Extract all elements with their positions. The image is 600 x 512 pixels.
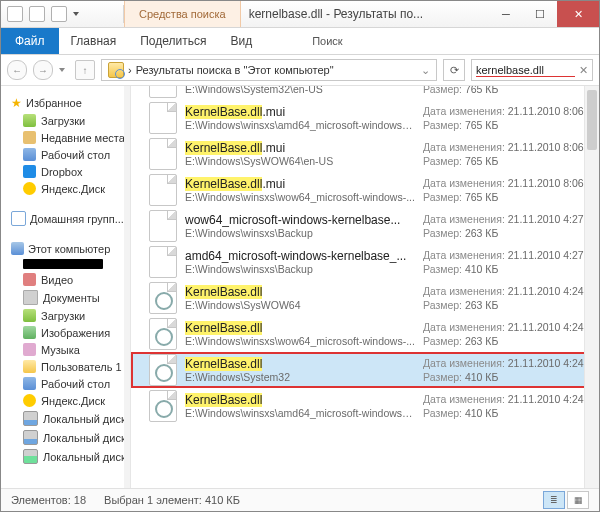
file-path: E:\Windows\winsxs\Backup [185,227,415,239]
nav-item-icon [23,411,38,426]
file-name: KernelBase.dll [185,321,415,335]
search-results-icon [108,62,124,78]
nav-scrollbar[interactable] [124,86,130,488]
nav-item-icon [23,148,36,161]
nav-pc-item[interactable]: Изображения [1,324,130,341]
result-row[interactable]: amd64_microsoft-windows-kernelbase_...E:… [131,244,599,280]
file-tab[interactable]: Файл [1,28,59,54]
chevron-down-icon[interactable]: ⌄ [421,64,430,77]
tab-view[interactable]: Вид [218,28,264,54]
nav-item-label: Видео [41,274,73,286]
nav-history-dropdown-icon[interactable] [59,68,65,72]
pc-icon [11,242,24,255]
nav-pc-item[interactable]: Яндекс.Диск [1,392,130,409]
result-row[interactable]: KernelBase.dllE:\Windows\winsxs\amd64_mi… [131,388,599,424]
nav-item-label: Яндекс.Диск [41,395,105,407]
nav-fav-item[interactable]: Рабочий стол [1,146,130,163]
titlebar: Средства поиска kernelbase.dll - Результ… [1,1,599,28]
minimize-button[interactable]: ─ [489,1,523,27]
breadcrumb[interactable]: › Результаты поиска в "Этот компьютер" ⌄ [101,59,437,81]
nav-pc-item[interactable]: Загрузки [1,307,130,324]
result-row[interactable]: KernelBase.dll.muiE:\Windows\winsxs\wow6… [131,172,599,208]
address-bar-row: ← → ↑ › Результаты поиска в "Этот компью… [1,55,599,86]
nav-pc-item[interactable]: Документы [1,288,130,307]
file-icon [149,102,177,134]
nav-redacted-item[interactable] [1,257,130,271]
folder-icon [7,6,23,22]
clear-search-icon[interactable]: ✕ [579,64,588,77]
nav-item-label: Яндекс.Диск [41,183,105,195]
results-scrollbar[interactable] [584,86,599,488]
file-icon [149,174,177,206]
tab-search[interactable]: Поиск [298,28,356,54]
result-row[interactable]: KernelBase.dll.muiE:\Windows\SysWOW64\en… [131,136,599,172]
nav-favorites-header[interactable]: ★Избранное [1,94,130,112]
file-name: KernelBase.dll.mui [185,105,415,119]
nav-fav-item[interactable]: Dropbox [1,163,130,180]
nav-item-icon [23,430,38,445]
file-icon [149,246,177,278]
breadcrumb-text: Результаты поиска в "Этот компьютер" [136,64,334,76]
nav-homegroup-header[interactable]: Домашняя групп... [1,209,130,228]
file-icon [149,210,177,242]
file-icon [149,354,177,386]
file-path: E:\Windows\winsxs\Backup [185,263,415,275]
file-path: E:\Windows\System32 [185,371,415,383]
nav-item-icon [23,377,36,390]
result-row[interactable]: KernelBase.dllE:\Windows\winsxs\wow64_mi… [131,316,599,352]
result-row[interactable]: KernelBase.dll.muiE:\Windows\winsxs\amd6… [131,100,599,136]
nav-item-icon [23,273,36,286]
file-path: E:\Windows\winsxs\amd64_microsoft-window… [185,119,415,131]
result-row[interactable]: wow64_microsoft-windows-kernelbase...E:\… [131,208,599,244]
search-tools-context-tab[interactable]: Средства поиска [124,1,241,27]
navigation-pane: ★Избранное ЗагрузкиНедавние местаРабочий… [1,86,131,488]
qat-dropdown-icon[interactable] [73,12,79,16]
file-path: E:\Windows\winsxs\wow64_microsoft-window… [185,191,415,203]
file-name: KernelBase.dll.mui [185,177,415,191]
nav-pc-item[interactable]: Локальный диск... [1,447,130,466]
result-row[interactable]: KernelBase.dllE:\Windows\SysWOW64Дата из… [131,280,599,316]
nav-pc-item[interactable]: Локальный диск... [1,428,130,447]
nav-pc-item[interactable]: Пользователь 1 [1,358,130,375]
file-name: KernelBase.dll [185,393,415,407]
result-row[interactable]: KernelBase.dllE:\Windows\System32Дата из… [131,352,599,388]
new-folder-icon[interactable] [51,6,67,22]
nav-pc-item[interactable]: Видео [1,271,130,288]
nav-fav-item[interactable]: Недавние места [1,129,130,146]
star-icon: ★ [11,96,22,110]
nav-pc-item[interactable]: Локальный диск... [1,409,130,428]
nav-thispc-header[interactable]: Этот компьютер [1,240,130,257]
nav-back-button[interactable]: ← [7,60,27,80]
view-icons-button[interactable]: ▦ [567,491,589,509]
file-icon [149,138,177,170]
nav-item-icon [23,114,36,127]
nav-item-icon [23,309,36,322]
file-path: E:\Windows\SysWOW64\en-US [185,155,415,167]
maximize-button[interactable]: ☐ [523,1,557,27]
nav-pc-item[interactable]: Музыка [1,341,130,358]
scrollbar-thumb[interactable] [587,90,597,150]
tab-share[interactable]: Поделиться [128,28,218,54]
status-selection: Выбран 1 элемент: 410 КБ [104,494,240,506]
nav-item-label: Музыка [41,344,80,356]
nav-fav-item[interactable]: Загрузки [1,112,130,129]
nav-item-icon [23,449,38,464]
nav-forward-button[interactable]: → [33,60,53,80]
close-button[interactable]: ✕ [557,1,599,27]
nav-item-label: Загрузки [41,310,85,322]
properties-icon[interactable] [29,6,45,22]
nav-pc-item[interactable]: Рабочий стол [1,375,130,392]
nav-item-icon [23,131,36,144]
file-icon [149,390,177,422]
file-name: KernelBase.dll [185,285,415,299]
nav-fav-item[interactable]: Яндекс.Диск [1,180,130,197]
nav-up-button[interactable]: ↑ [75,60,95,80]
view-details-button[interactable]: ≣ [543,491,565,509]
file-icon [149,282,177,314]
window-title: kernelbase.dll - Результаты по... [241,1,489,27]
search-input[interactable]: kernelbase.dll ✕ [471,59,593,81]
refresh-button[interactable]: ⟳ [443,59,465,81]
file-name: wow64_microsoft-windows-kernelbase... [185,213,415,227]
tab-home[interactable]: Главная [59,28,129,54]
result-row[interactable]: KernelBase.dll.muiE:\Windows\System32\en… [131,86,599,100]
